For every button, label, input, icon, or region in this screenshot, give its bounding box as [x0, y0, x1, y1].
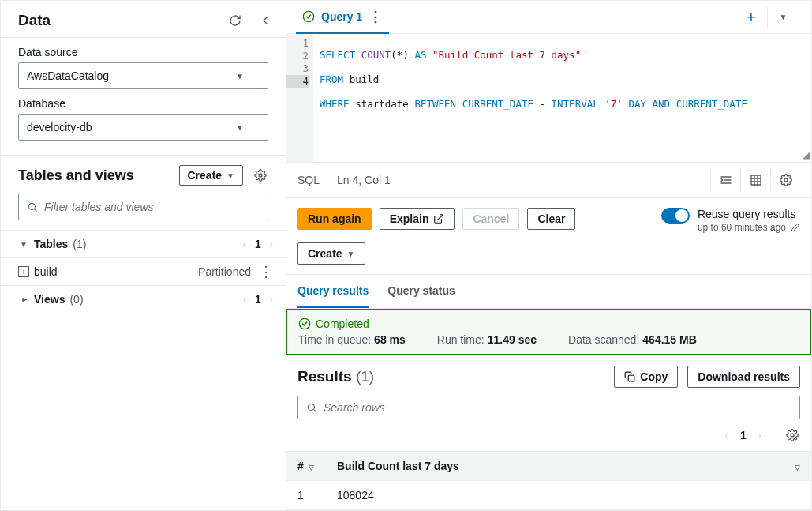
cancel-button: Cancel [462, 208, 519, 230]
sort-icon[interactable]: ▽ [795, 464, 800, 472]
sort-icon: ▽ [309, 464, 314, 472]
data-source-value: AwsDataCatalog [27, 70, 109, 82]
results-title: Results [297, 368, 352, 385]
svg-line-17 [314, 410, 316, 412]
views-count: (0) [69, 293, 83, 306]
svg-point-16 [308, 404, 314, 410]
caret-down-icon: ▼ [236, 72, 244, 81]
caret-down-icon: ▼ [236, 123, 244, 132]
resize-handle-icon[interactable]: ◢ [803, 149, 810, 160]
caret-down-icon: ▼ [18, 240, 29, 249]
query-tabbar: Query 1 ⋮ + ▼ [286, 1, 811, 34]
reuse-results-toggle[interactable] [661, 208, 690, 224]
table-row[interactable]: + build Partitioned ⋮ [1, 257, 286, 285]
views-group[interactable]: ▼ Views (0) ‹ 1 › [1, 285, 286, 313]
next-page-icon[interactable]: › [269, 292, 273, 306]
sql-editor[interactable]: 1234 SELECT COUNT(*) AS "Build Count las… [286, 34, 811, 163]
data-source-select[interactable]: AwsDataCatalog ▼ [18, 62, 268, 89]
caret-down-icon: ▼ [780, 13, 788, 21]
results-tabs: Query results Query status [286, 275, 811, 309]
reuse-label: Reuse query results [698, 208, 800, 220]
check-circle-icon [298, 317, 311, 330]
indent-icon[interactable] [710, 169, 740, 191]
tables-count: (1) [73, 238, 86, 250]
tab-query-results[interactable]: Query results [297, 275, 369, 308]
prev-page-icon[interactable]: ‹ [725, 428, 729, 442]
results-table: #▽ Build Count last 7 days ▽ 1 108024 [286, 451, 811, 510]
database-select[interactable]: develocity-db ▼ [18, 114, 268, 141]
search-rows-input[interactable] [297, 396, 800, 419]
gear-icon[interactable] [784, 427, 800, 443]
col-index[interactable]: #▽ [286, 452, 326, 481]
next-page-icon[interactable]: › [758, 428, 761, 442]
collapse-sidebar-icon[interactable] [257, 13, 273, 28]
views-page: 1 [255, 293, 261, 306]
prev-page-icon[interactable]: ‹ [243, 237, 247, 251]
external-link-icon [433, 213, 444, 224]
query-tab-active[interactable]: Query 1 ⋮ [296, 1, 389, 34]
create-table-button[interactable]: Create ▼ [179, 165, 244, 186]
action-row: Run again Explain Cancel Clear Reuse que… [286, 198, 811, 275]
table-badge: Partitioned [198, 265, 251, 278]
svg-rect-15 [629, 375, 635, 381]
svg-point-12 [784, 178, 788, 182]
search-icon [27, 201, 38, 212]
results-header: Results (1) Copy Download results [286, 355, 811, 396]
runtime-value: 11.49 sec [488, 333, 537, 346]
edit-icon[interactable] [791, 223, 800, 232]
prev-page-icon[interactable]: ‹ [243, 292, 247, 306]
next-page-icon[interactable]: › [269, 237, 273, 251]
status-text: Completed [316, 317, 369, 330]
tab-query-status[interactable]: Query status [387, 275, 455, 308]
editor-lang: SQL [297, 174, 320, 186]
grid-view-icon[interactable] [740, 169, 770, 191]
svg-point-1 [28, 203, 35, 209]
copy-button[interactable]: Copy [614, 366, 678, 388]
tables-page: 1 [255, 238, 261, 250]
main: Query 1 ⋮ + ▼ 1234 SELECT COUNT(*) AS "B… [286, 1, 811, 510]
results-count: (1) [356, 368, 374, 385]
editor-cursor: Ln 4, Col 1 [337, 174, 391, 186]
tab-menu-button[interactable]: ▼ [767, 6, 799, 28]
sidebar-title: Data [18, 12, 51, 29]
search-rows-field[interactable] [324, 401, 791, 414]
svg-rect-7 [751, 175, 761, 185]
svg-point-14 [299, 318, 309, 329]
tab-actions-icon[interactable]: ⋮ [369, 9, 383, 24]
run-again-button[interactable]: Run again [297, 208, 372, 230]
filter-input-field[interactable] [44, 201, 260, 213]
table-actions-icon[interactable]: ⋮ [259, 265, 273, 279]
expand-icon[interactable]: + [18, 266, 29, 277]
filter-tables-input[interactable] [18, 194, 268, 220]
table-name: build [34, 265, 193, 278]
explain-button[interactable]: Explain [380, 208, 455, 230]
gear-icon[interactable] [770, 169, 800, 191]
table-row: 1 108024 [286, 481, 811, 510]
clear-button[interactable]: Clear [527, 208, 575, 230]
editor-status-bar: SQL Ln 4, Col 1 [286, 163, 811, 198]
queue-value: 68 ms [374, 333, 406, 346]
create-button[interactable]: Create ▼ [297, 242, 365, 265]
caret-right-icon: ▼ [20, 294, 28, 305]
refresh-icon[interactable] [227, 13, 243, 28]
results-pager: ‹ 1 › [286, 419, 811, 451]
svg-point-0 [259, 174, 262, 177]
add-query-button[interactable]: + [735, 6, 767, 28]
check-circle-icon [302, 10, 315, 23]
gear-icon[interactable] [253, 167, 268, 183]
results-page: 1 [740, 429, 747, 441]
tables-label: Tables [34, 238, 68, 250]
tables-group[interactable]: ▼ Tables (1) ‹ 1 › [1, 230, 286, 257]
views-label: Views [34, 293, 65, 306]
svg-point-3 [303, 11, 313, 21]
tables-views-header: Tables and views Create ▼ [1, 156, 286, 194]
tables-views-title: Tables and views [18, 167, 134, 184]
col-build-count[interactable]: Build Count last 7 days [326, 452, 779, 481]
caret-down-icon: ▼ [347, 250, 355, 258]
caret-down-icon: ▼ [226, 171, 234, 180]
sidebar-header: Data [1, 1, 286, 38]
svg-line-2 [35, 209, 37, 212]
cell-index: 1 [286, 481, 326, 510]
editor-code[interactable]: SELECT COUNT(*) AS "Build Count last 7 d… [313, 34, 811, 162]
download-results-button[interactable]: Download results [687, 366, 800, 388]
